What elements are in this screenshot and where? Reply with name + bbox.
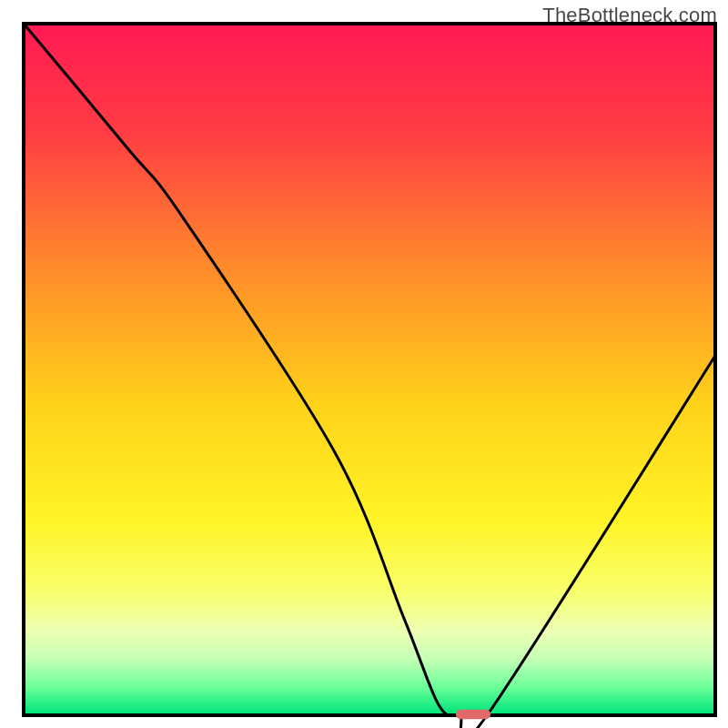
gradient-fill bbox=[25, 25, 713, 713]
bottleneck-chart bbox=[0, 0, 728, 728]
chart-stage: TheBottleneck.com bbox=[0, 0, 728, 728]
optimal-marker bbox=[456, 710, 490, 720]
watermark-text: TheBottleneck.com bbox=[542, 4, 717, 27]
